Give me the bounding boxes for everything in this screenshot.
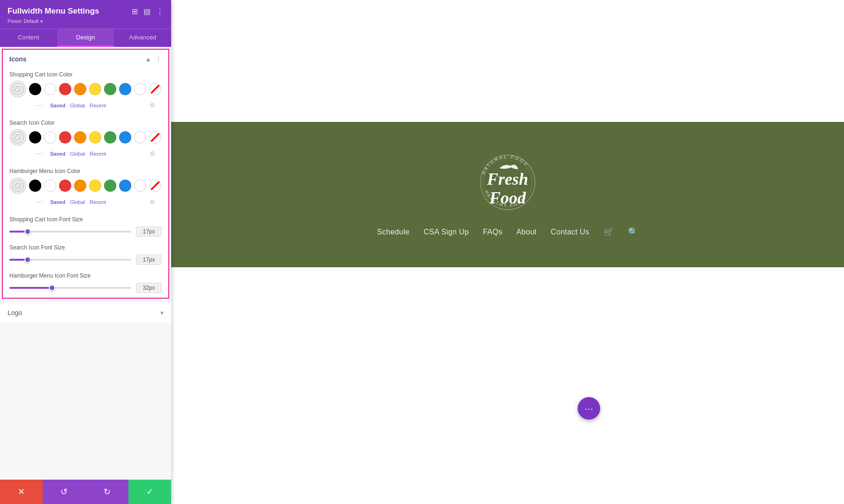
search-font-size-label: Search Icon Font Size <box>9 244 162 251</box>
undo-button[interactable]: ↺ <box>43 480 85 504</box>
logo-section-title: Logo <box>8 309 22 316</box>
shopping-cart-font-size-label: Shopping Cart Icon Font Size <box>9 216 162 223</box>
hamburger-font-size-track[interactable] <box>9 287 131 289</box>
search-gear-icon[interactable]: ⚙ <box>150 150 155 157</box>
save-button[interactable]: ✓ <box>128 480 171 504</box>
more-icon[interactable]: ⋮ <box>156 7 164 16</box>
tab-advanced[interactable]: Advanced <box>114 29 171 47</box>
preset-chevron-icon: ▾ <box>40 19 43 24</box>
hamburger-font-size-value[interactable]: 32px <box>136 283 162 293</box>
color-white-3[interactable] <box>44 131 56 143</box>
color-green-2[interactable] <box>104 131 116 143</box>
shopping-cart-font-size-track[interactable] <box>9 231 131 233</box>
site-logo: NATURAL FOOD HEALTHY FOOD Fresh Food <box>477 152 538 213</box>
color-clear[interactable] <box>149 83 161 95</box>
hamburger-color-preview[interactable] <box>9 177 26 194</box>
nav-faqs[interactable]: FAQs <box>483 228 502 236</box>
search-font-size-value[interactable]: 17px <box>136 255 162 265</box>
hamburger-gear-icon[interactable]: ⚙ <box>150 198 155 205</box>
color-orange-3[interactable] <box>74 180 86 192</box>
search-saved-link[interactable]: Saved <box>50 151 65 157</box>
icons-section-controls: ▲ ⋮ <box>145 55 162 63</box>
preset-selector[interactable]: Preset: Default ▾ <box>8 19 164 24</box>
shopping-cart-color-preview[interactable] <box>9 81 26 98</box>
tab-design[interactable]: Design <box>57 29 114 47</box>
color-clear-2[interactable] <box>149 131 161 143</box>
settings-panel: Fullwidth Menu Settings ⊞ ▤ ⋮ Preset: De… <box>0 0 171 504</box>
svg-point-2 <box>15 135 21 140</box>
logo-chevron-icon: ▾ <box>160 309 164 316</box>
site-nav: Schedule CSA Sign Up FAQs About Contact … <box>377 227 638 237</box>
tab-content[interactable]: Content <box>0 29 57 47</box>
color-green[interactable] <box>104 83 116 95</box>
nav-schedule[interactable]: Schedule <box>377 228 409 236</box>
color-white-4[interactable] <box>134 131 146 143</box>
global-link[interactable]: Global <box>70 103 85 108</box>
shopping-cart-color-row <box>9 81 162 98</box>
floating-dots-button[interactable]: ··· <box>578 397 600 420</box>
color-blue-3[interactable] <box>119 180 131 192</box>
color-black-2[interactable] <box>29 131 41 143</box>
layout-icon[interactable]: ▤ <box>143 7 151 16</box>
collapse-icon[interactable]: ▲ <box>145 55 151 63</box>
panel-content: Icons ▲ ⋮ Shopping Cart Icon Color <box>0 47 171 480</box>
color-clear-3[interactable] <box>149 180 161 192</box>
search-color-setting: Search Icon Color ··· <box>3 117 168 165</box>
shopping-cart-font-size-setting: Shopping Cart Icon Font Size 17px <box>3 213 168 241</box>
search-dots-icon[interactable]: ··· <box>33 148 45 159</box>
logo-main-text: Fresh Food <box>477 170 538 207</box>
recent-link[interactable]: Recent <box>90 103 106 108</box>
color-white[interactable] <box>44 83 56 95</box>
search-font-size-track[interactable] <box>9 259 131 261</box>
hamburger-dots-icon[interactable]: ··· <box>33 196 45 208</box>
color-red[interactable] <box>59 83 71 95</box>
color-red-3[interactable] <box>59 180 71 192</box>
color-blue[interactable] <box>119 83 131 95</box>
search-font-size-row: 17px <box>9 255 162 265</box>
color-black-3[interactable] <box>29 180 41 192</box>
hamburger-recent-link[interactable]: Recent <box>90 199 106 205</box>
search-font-size-setting: Search Icon Font Size 17px <box>3 241 168 270</box>
saved-link[interactable]: Saved <box>50 103 65 108</box>
color-yellow[interactable] <box>89 83 101 95</box>
shopping-cart-font-size-value[interactable]: 17px <box>136 226 162 237</box>
search-global-link[interactable]: Global <box>70 151 85 157</box>
color-white-6[interactable] <box>134 180 146 192</box>
redo-button[interactable]: ↻ <box>86 480 128 504</box>
shopping-cart-color-setting: Shopping Cart Icon Color ··· <box>3 68 168 117</box>
color-dots-icon[interactable]: ··· <box>33 99 45 111</box>
color-green-3[interactable] <box>104 180 116 192</box>
hamburger-global-link[interactable]: Global <box>70 199 85 205</box>
color-red-2[interactable] <box>59 131 71 143</box>
nav-csa-sign-up[interactable]: CSA Sign Up <box>423 228 469 236</box>
logo-circle: NATURAL FOOD HEALTHY FOOD Fresh Food <box>477 152 538 213</box>
color-white-2[interactable] <box>134 83 146 95</box>
search-nav-icon[interactable]: 🔍 <box>628 227 638 237</box>
hamburger-color-row <box>9 177 162 194</box>
nav-about[interactable]: About <box>516 228 536 236</box>
panel-header: Fullwidth Menu Settings ⊞ ▤ ⋮ Preset: De… <box>0 0 171 29</box>
color-yellow-3[interactable] <box>89 180 101 192</box>
settings-gear-icon[interactable]: ⚙ <box>150 102 155 109</box>
hamburger-color-meta: ··· Saved Global Recent ⚙ <box>9 194 162 211</box>
color-orange[interactable] <box>74 83 86 95</box>
search-color-preview[interactable] <box>9 129 26 146</box>
cancel-button[interactable]: ✕ <box>0 480 43 504</box>
color-yellow-2[interactable] <box>89 131 101 143</box>
color-white-5[interactable] <box>44 180 56 192</box>
responsive-icon[interactable]: ⊞ <box>132 7 138 16</box>
cart-icon[interactable]: 🛒 <box>603 227 614 237</box>
icons-section-title: Icons <box>9 55 27 63</box>
section-more-icon[interactable]: ⋮ <box>155 55 162 63</box>
nav-contact-us[interactable]: Contact Us <box>551 228 589 236</box>
icons-section: Icons ▲ ⋮ Shopping Cart Icon Color <box>2 49 169 299</box>
color-black[interactable] <box>29 83 41 95</box>
hamburger-saved-link[interactable]: Saved <box>50 199 65 205</box>
color-blue-2[interactable] <box>119 131 131 143</box>
color-orange-2[interactable] <box>74 131 86 143</box>
logo-section-header[interactable]: Logo ▾ <box>0 302 171 323</box>
shopping-cart-font-size-row: 17px <box>9 226 162 237</box>
search-recent-link[interactable]: Recent <box>90 151 106 157</box>
logo-section: Logo ▾ <box>0 302 171 323</box>
search-color-meta: ··· Saved Global Recent ⚙ <box>9 146 162 163</box>
